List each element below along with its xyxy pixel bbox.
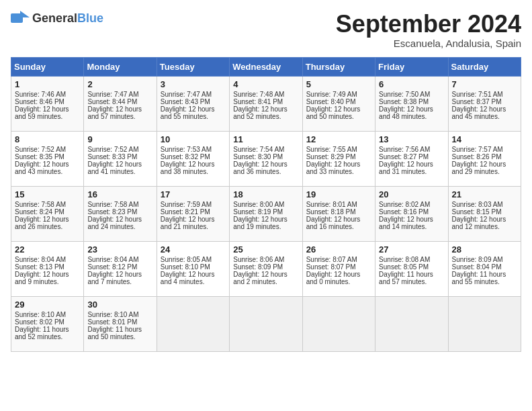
day-number: 3	[161, 79, 226, 89]
day-info-line: Daylight: 11 hours	[87, 326, 152, 333]
calendar-cell: 25Sunrise: 8:06 AMSunset: 8:09 PMDayligh…	[230, 241, 302, 296]
day-info-line: Daylight: 12 hours	[161, 105, 226, 113]
day-info-line: Sunset: 8:12 PM	[87, 263, 152, 271]
day-info-line: Sunset: 8:30 PM	[233, 153, 298, 161]
day-info-line: Daylight: 12 hours	[306, 216, 371, 223]
day-info-line: Sunrise: 7:54 AM	[233, 146, 298, 153]
day-header-wednesday: Wednesday	[230, 57, 302, 76]
calendar-cell: 10Sunrise: 7:53 AMSunset: 8:32 PMDayligh…	[157, 131, 229, 186]
calendar-cell: 1Sunrise: 7:46 AMSunset: 8:46 PMDaylight…	[11, 76, 84, 131]
day-number: 28	[452, 244, 517, 255]
day-info-line: Daylight: 12 hours	[306, 271, 371, 278]
day-info-line: Sunrise: 7:47 AM	[161, 91, 226, 98]
day-number: 13	[379, 134, 444, 144]
day-number: 25	[233, 244, 298, 255]
day-header-monday: Monday	[84, 57, 157, 76]
day-info-line: Sunrise: 8:00 AM	[233, 201, 298, 208]
day-header-friday: Friday	[375, 57, 448, 76]
day-number: 4	[233, 79, 298, 89]
day-info-line: Sunrise: 8:06 AM	[233, 256, 298, 263]
day-info-line: Sunrise: 8:07 AM	[306, 256, 371, 263]
day-info-line: and 4 minutes.	[161, 278, 226, 285]
day-info-line: and 2 minutes.	[233, 278, 298, 285]
day-number: 5	[306, 79, 371, 89]
calendar-cell: 4Sunrise: 7:48 AMSunset: 8:41 PMDaylight…	[230, 76, 302, 131]
day-number: 19	[306, 189, 371, 199]
calendar-cell	[302, 296, 375, 351]
day-info-line: Daylight: 12 hours	[161, 216, 226, 223]
day-info-line: and 0 minutes.	[306, 278, 371, 285]
title-area: September 2024 Escanuela, Andalusia, Spa…	[336, 11, 521, 49]
day-info-line: and 55 minutes.	[452, 278, 517, 285]
day-info-line: Sunrise: 8:02 AM	[379, 201, 444, 208]
day-info-line: Sunset: 8:15 PM	[452, 208, 517, 216]
day-info-line: Daylight: 12 hours	[161, 271, 226, 278]
day-info-line: Sunset: 8:19 PM	[233, 208, 298, 216]
day-info-line: Sunset: 8:13 PM	[15, 263, 80, 271]
day-number: 30	[87, 300, 152, 310]
day-info-line: Sunrise: 8:08 AM	[379, 256, 444, 263]
day-info-line: Sunset: 8:33 PM	[87, 153, 152, 161]
calendar-table: SundayMondayTuesdayWednesdayThursdayFrid…	[11, 57, 521, 352]
day-info-line: Sunset: 8:24 PM	[15, 208, 80, 216]
day-info-line: Sunrise: 7:58 AM	[87, 201, 152, 208]
calendar-cell: 11Sunrise: 7:54 AMSunset: 8:30 PMDayligh…	[230, 131, 302, 186]
calendar-cell: 18Sunrise: 8:00 AMSunset: 8:19 PMDayligh…	[230, 186, 302, 241]
day-info-line: and 36 minutes.	[233, 168, 298, 175]
day-number: 6	[379, 79, 444, 89]
day-info-line: and 16 minutes.	[306, 223, 371, 230]
day-info-line: Daylight: 12 hours	[306, 105, 371, 113]
calendar-cell: 20Sunrise: 8:02 AMSunset: 8:16 PMDayligh…	[375, 186, 448, 241]
day-info-line: Sunrise: 7:59 AM	[161, 201, 226, 208]
calendar-cell	[157, 296, 229, 351]
day-info-line: Sunrise: 7:50 AM	[379, 91, 444, 98]
day-number: 15	[15, 189, 80, 199]
day-info-line: and 45 minutes.	[452, 113, 517, 120]
day-info-line: Daylight: 11 hours	[15, 326, 80, 333]
day-info-line: Daylight: 12 hours	[87, 161, 152, 168]
day-number: 29	[15, 300, 80, 310]
day-info-line: Daylight: 12 hours	[15, 105, 80, 113]
day-info-line: Daylight: 12 hours	[233, 161, 298, 168]
day-info-line: Sunset: 8:43 PM	[161, 98, 226, 105]
day-info-line: and 19 minutes.	[233, 223, 298, 230]
day-info-line: and 9 minutes.	[15, 278, 80, 285]
day-info-line: Daylight: 12 hours	[452, 161, 517, 168]
day-info-line: and 55 minutes.	[161, 113, 226, 120]
logo-text-blue: Blue	[77, 11, 103, 25]
day-info-line: Sunset: 8:37 PM	[452, 98, 517, 105]
page-header: GeneralBlue September 2024 Escanuela, An…	[11, 11, 521, 49]
day-info-line: Sunrise: 7:47 AM	[87, 91, 152, 98]
day-info-line: Sunset: 8:18 PM	[306, 208, 371, 216]
day-number: 12	[306, 134, 371, 144]
day-info-line: and 31 minutes.	[379, 168, 444, 175]
day-number: 16	[87, 189, 152, 199]
day-info-line: Sunrise: 7:46 AM	[15, 91, 80, 98]
day-info-line: Sunset: 8:21 PM	[161, 208, 226, 216]
day-info-line: and 59 minutes.	[15, 113, 80, 120]
day-info-line: Sunrise: 8:04 AM	[87, 256, 152, 263]
day-number: 21	[452, 189, 517, 199]
day-info-line: Daylight: 12 hours	[452, 216, 517, 223]
calendar-week-row: 29Sunrise: 8:10 AMSunset: 8:02 PMDayligh…	[11, 296, 521, 351]
day-number: 7	[452, 79, 517, 89]
day-info-line: Sunrise: 7:52 AM	[15, 146, 80, 153]
day-info-line: Sunset: 8:04 PM	[452, 263, 517, 271]
calendar-cell	[375, 296, 448, 351]
day-info-line: Daylight: 12 hours	[15, 271, 80, 278]
day-info-line: Sunset: 8:05 PM	[379, 263, 444, 271]
day-info-line: Sunset: 8:23 PM	[87, 208, 152, 216]
day-info-line: and 41 minutes.	[87, 168, 152, 175]
day-info-line: and 24 minutes.	[87, 223, 152, 230]
calendar-cell: 14Sunrise: 7:57 AMSunset: 8:26 PMDayligh…	[448, 131, 521, 186]
day-info-line: Sunrise: 7:51 AM	[452, 91, 517, 98]
day-info-line: Sunrise: 7:55 AM	[306, 146, 371, 153]
day-number: 18	[233, 189, 298, 199]
calendar-header-row: SundayMondayTuesdayWednesdayThursdayFrid…	[11, 57, 521, 76]
day-info-line: and 29 minutes.	[452, 168, 517, 175]
calendar-week-row: 8Sunrise: 7:52 AMSunset: 8:35 PMDaylight…	[11, 131, 521, 186]
calendar-cell: 8Sunrise: 7:52 AMSunset: 8:35 PMDaylight…	[11, 131, 84, 186]
day-info-line: Daylight: 11 hours	[379, 271, 444, 278]
calendar-week-row: 1Sunrise: 7:46 AMSunset: 8:46 PMDaylight…	[11, 76, 521, 131]
day-info-line: Sunset: 8:29 PM	[306, 153, 371, 161]
